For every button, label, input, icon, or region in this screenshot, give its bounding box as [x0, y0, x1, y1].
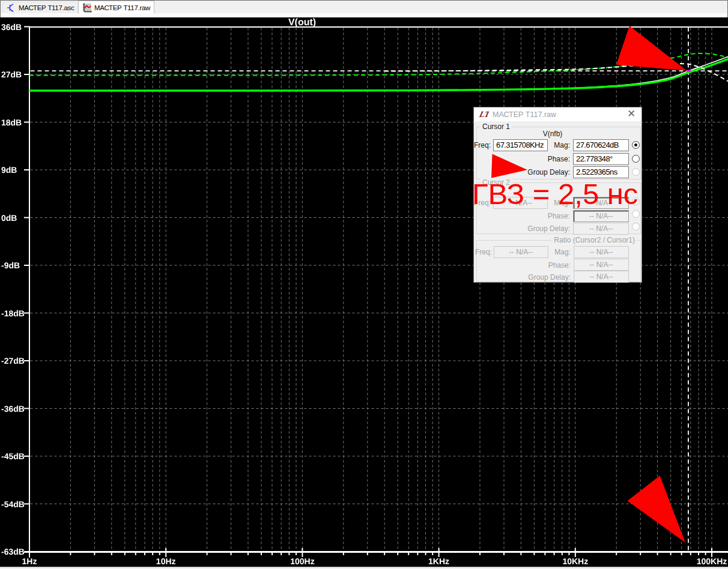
- schematic-icon: [7, 3, 16, 13]
- ratio-freq-label: Freq:: [475, 248, 492, 256]
- x-axis-label: 10KHz: [562, 556, 588, 566]
- cursor2-phase-radio: [632, 210, 640, 218]
- cursor1-freq-label: Freq:: [474, 142, 491, 149]
- cursor1-phase-radio[interactable]: [632, 155, 640, 163]
- trace-v(out)-phase: [29, 53, 728, 76]
- ltspice-logo-icon: LT: [479, 110, 489, 119]
- tab-schematic-label: МАСТЕР Т117.asc: [19, 4, 74, 11]
- cursor1-marker: [686, 70, 691, 72]
- ltspice-window: 36dB27dB18dB9dB0dB-9dB-18dB-27dB-36dB-45…: [0, 0, 728, 569]
- y-axis-label: 27dB: [1, 70, 22, 79]
- cursor1-group-delay-radio[interactable]: [632, 168, 640, 176]
- tab-schematic[interactable]: МАСТЕР Т117.asc: [2, 2, 78, 13]
- y-axis-label: -27dB: [1, 356, 25, 366]
- ratio-group-delay-label: Group Delay:: [526, 274, 571, 281]
- cursor1-group-delay-field[interactable]: 2.5229365ns: [573, 166, 629, 178]
- x-axis-label: 10Hz: [156, 556, 176, 566]
- waveform-plot-area[interactable]: 36dB27dB18dB9dB0dB-9dB-18dB-27dB-36dB-45…: [0, 0, 728, 569]
- trace-v(nfb)-phase: [384, 64, 728, 82]
- tab-waveform-label: МАСТЕР Т117.raw: [94, 4, 150, 11]
- tab-waveform[interactable]: МАСТЕР Т117.raw: [78, 1, 154, 14]
- ratio-phase-label: Phase:: [541, 262, 571, 269]
- group-delay-annotation: ГВЗ = 2,5 нс: [472, 179, 638, 209]
- cursor1-mag-label: Mag:: [540, 142, 570, 149]
- y-axis-label: 36dB: [1, 22, 22, 32]
- cursor2-phase-label: Phase:: [540, 212, 570, 220]
- y-axis-label: 9dB: [1, 165, 17, 175]
- waveform-icon: [82, 3, 92, 13]
- x-axis-label: 100Hz: [290, 556, 314, 566]
- svg-text:LT: LT: [479, 110, 489, 119]
- y-axis-label: -36dB: [1, 404, 25, 414]
- cursor2-group-delay-radio: [632, 223, 640, 230]
- cursor1-phase-label: Phase:: [540, 155, 570, 163]
- cursor2-group-delay-field: -- N/A--: [573, 223, 629, 235]
- y-axis-label: -45dB: [1, 451, 25, 461]
- close-icon[interactable]: ✕: [625, 108, 637, 120]
- ratio-legend: Ratio (Cursor2 / Cursor1): [552, 236, 637, 244]
- y-axis-label: -9dB: [1, 260, 20, 270]
- x-axis-label: 1KHz: [428, 556, 449, 566]
- ratio-mag-field: -- N/A--: [574, 246, 629, 258]
- cursor1-legend: Cursor 1: [481, 123, 512, 131]
- trace-title: V(out): [288, 17, 316, 28]
- y-axis-label: 18dB: [1, 118, 22, 127]
- dialog-titlebar[interactable]: LT МАСТЕР Т117.raw ✕: [474, 107, 642, 121]
- cursor1-group-delay-label: Group Delay:: [525, 169, 570, 176]
- cursor1-trace-name: V(nfb): [535, 130, 571, 138]
- y-axis-label: -54dB: [1, 499, 25, 509]
- ratio-phase-field: -- N/A--: [574, 259, 629, 271]
- y-axis-label: -18dB: [1, 309, 25, 318]
- dialog-title: МАСТЕР Т117.raw: [493, 110, 556, 119]
- y-axis-label: 0dB: [1, 213, 17, 223]
- x-axis-label: 100KHz: [697, 556, 727, 566]
- ratio-mag-label: Mag:: [541, 248, 571, 256]
- cursor1-phase-field[interactable]: 22.778348°: [573, 153, 629, 165]
- x-axis-label: 1Hz: [22, 556, 37, 566]
- window-bottom-edge: [0, 567, 728, 569]
- cursor2-group-delay-label: Group Delay:: [525, 225, 570, 233]
- cursor2-phase-field: -- N/A--: [573, 210, 629, 222]
- y-axis-label: -63dB: [1, 547, 25, 556]
- tab-strip-padding: [0, 13, 728, 17]
- cursor1-mag-field[interactable]: 27.670624dB: [573, 139, 629, 151]
- cursor1-mag-radio[interactable]: [632, 141, 640, 149]
- ratio-group-delay-field: -- N/A--: [574, 271, 629, 283]
